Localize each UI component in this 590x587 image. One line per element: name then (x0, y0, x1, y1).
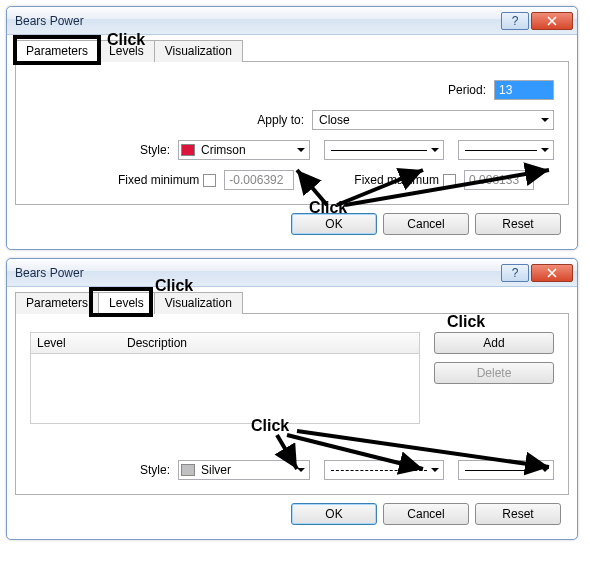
applyto-value: Close (319, 113, 350, 127)
dialog-parameters: Bears Power ? Parameters Levels Visualiz… (6, 6, 578, 250)
color-swatch-icon (181, 144, 195, 156)
fixedmin-label: Fixed minimum (118, 173, 203, 187)
close-icon (547, 16, 557, 26)
delete-button[interactable]: Delete (434, 362, 554, 384)
applyto-label: Apply to: (30, 113, 312, 127)
window-title: Bears Power (15, 266, 499, 280)
levels-list-body[interactable] (30, 354, 420, 424)
tab-panel-parameters: Period: Apply to: Close Style: Crimson (15, 62, 569, 205)
style-width-combo[interactable] (458, 140, 554, 160)
tab-parameters[interactable]: Parameters (15, 292, 99, 314)
tab-levels[interactable]: Levels (98, 40, 155, 62)
chevron-down-icon (431, 148, 439, 152)
style-label: Style: (30, 463, 178, 477)
reset-button[interactable]: Reset (475, 503, 561, 525)
client-area: Parameters Levels Visualization Level De… (7, 287, 577, 539)
style-color-name: Silver (201, 463, 231, 477)
fixedmax-checkbox[interactable] (443, 174, 456, 187)
reset-button[interactable]: Reset (475, 213, 561, 235)
tab-visualization[interactable]: Visualization (154, 40, 243, 62)
client-area: Parameters Levels Visualization Period: … (7, 35, 577, 249)
line-style-icon (331, 470, 427, 471)
chevron-down-icon (541, 118, 549, 122)
chevron-down-icon (297, 468, 305, 472)
cancel-button[interactable]: Cancel (383, 503, 469, 525)
line-width-icon (465, 150, 537, 151)
style-color-combo[interactable]: Silver (178, 460, 310, 480)
style-color-name: Crimson (201, 143, 246, 157)
tab-strip: Parameters Levels Visualization (15, 291, 569, 314)
style-label: Style: (30, 143, 178, 157)
titlebar[interactable]: Bears Power ? (7, 259, 577, 287)
applyto-combo[interactable]: Close (312, 110, 554, 130)
button-bar: OK Cancel Reset (15, 495, 569, 531)
window-title: Bears Power (15, 14, 499, 28)
style-line-combo[interactable] (324, 460, 444, 480)
fixedmax-input[interactable] (464, 170, 534, 190)
col-description: Description (127, 336, 187, 350)
fixedmax-label: Fixed maximum (354, 173, 443, 187)
tab-strip: Parameters Levels Visualization (15, 39, 569, 62)
close-button[interactable] (531, 264, 573, 282)
tab-parameters[interactable]: Parameters (15, 40, 99, 62)
fixedmin-checkbox[interactable] (203, 174, 216, 187)
fixedmin-input[interactable] (224, 170, 294, 190)
levels-list-header: Level Description (30, 332, 420, 354)
close-icon (547, 268, 557, 278)
button-bar: OK Cancel Reset (15, 205, 569, 241)
period-label: Period: (448, 83, 494, 97)
chevron-down-icon (297, 148, 305, 152)
add-button[interactable]: Add (434, 332, 554, 354)
ok-button[interactable]: OK (291, 213, 377, 235)
cancel-button[interactable]: Cancel (383, 213, 469, 235)
ok-button[interactable]: OK (291, 503, 377, 525)
chevron-down-icon (541, 148, 549, 152)
tab-visualization[interactable]: Visualization (154, 292, 243, 314)
dialog-levels: Bears Power ? Parameters Levels Visualiz… (6, 258, 578, 540)
titlebar[interactable]: Bears Power ? (7, 7, 577, 35)
tab-levels[interactable]: Levels (98, 292, 155, 314)
help-button[interactable]: ? (501, 12, 529, 30)
col-level: Level (37, 336, 127, 350)
line-width-icon (465, 470, 537, 471)
period-input[interactable] (494, 80, 554, 100)
style-line-combo[interactable] (324, 140, 444, 160)
line-style-icon (331, 150, 427, 151)
help-button[interactable]: ? (501, 264, 529, 282)
close-button[interactable] (531, 12, 573, 30)
chevron-down-icon (541, 468, 549, 472)
color-swatch-icon (181, 464, 195, 476)
chevron-down-icon (431, 468, 439, 472)
tab-panel-levels: Level Description Add Delete Style: Silv… (15, 314, 569, 495)
style-width-combo[interactable] (458, 460, 554, 480)
style-color-combo[interactable]: Crimson (178, 140, 310, 160)
